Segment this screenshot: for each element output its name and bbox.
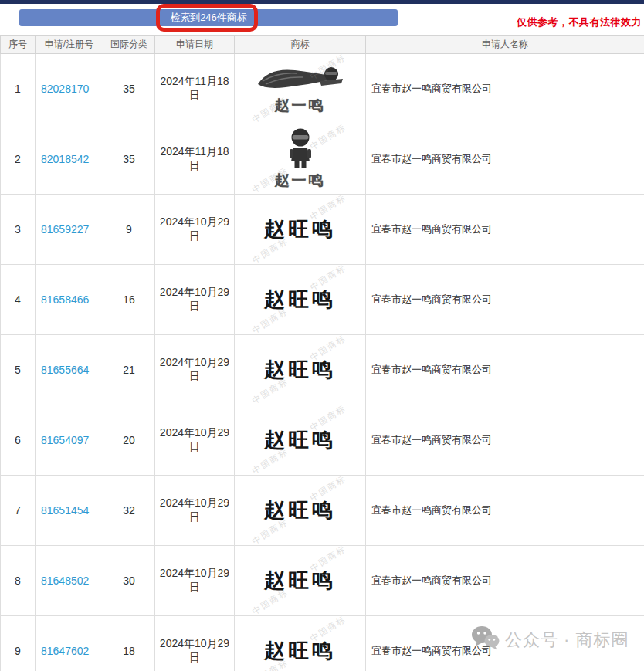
row-index: 5 xyxy=(15,364,21,376)
row-index: 6 xyxy=(15,434,21,446)
results-banner: 检索到246件商标 仅供参考，不具有法律效力 xyxy=(0,4,644,35)
cell-trademark: 中国商标 中国商标 xyxy=(235,54,366,124)
cell-application-date: 2024年10月29日 xyxy=(155,405,235,476)
trademark-image: 中国商标 中国商标 xyxy=(235,405,365,475)
table-row: 5 81655664 21 2024年10月29日 中国商标 中国商标 xyxy=(1,335,644,405)
application-date: 2024年10月29日 xyxy=(160,637,229,663)
table-row: 2 82018542 35 2024年11月18日 中国商标 中国商标 xyxy=(1,124,644,195)
cell-index: 5 xyxy=(1,335,36,405)
trademark-image: 中国商标 中国商标 xyxy=(235,335,365,405)
intl-class-value: 21 xyxy=(123,364,135,376)
trademark-image: 中国商标 中国商标 xyxy=(235,616,365,671)
intl-class-value: 9 xyxy=(126,223,132,236)
row-index: 2 xyxy=(15,153,21,165)
table-header-row: 序号 申请/注册号 国际分类 申请日期 商标 申请人名称 xyxy=(1,36,644,54)
application-number-link[interactable]: 82028170 xyxy=(41,83,89,95)
trademark-image: 中国商标 中国商标 xyxy=(235,476,365,545)
cell-application-date: 2024年10月29日 xyxy=(155,616,235,671)
mascot-logo-icon xyxy=(283,128,318,170)
intl-class-value: 20 xyxy=(123,434,135,446)
trademark-image: 中国商标 中国商标 xyxy=(235,195,365,264)
cell-index: 4 xyxy=(1,265,36,335)
application-number-link[interactable]: 82018542 xyxy=(41,153,89,165)
cell-index: 3 xyxy=(1,195,36,265)
trademark-text: 赵旺鸣 xyxy=(264,496,336,524)
cell-application-date: 2024年10月29日 xyxy=(155,335,235,405)
table-row: 9 81647602 18 2024年10月29日 中国商标 中国商标 xyxy=(1,616,644,671)
trademark-search-results-page: 检索到246件商标 仅供参考，不具有法律效力 序号 申请/注册号 国际分类 申请… xyxy=(0,0,644,671)
intl-class-value: 32 xyxy=(123,504,135,517)
trademark-text: 赵一鸣 xyxy=(275,96,326,116)
cell-application-number: 82028170 xyxy=(36,54,103,124)
disclaimer-text: 仅供参考，不具有法律效力 xyxy=(517,15,642,29)
col-header-app-no: 申请/注册号 xyxy=(36,36,103,54)
trademark-image: 中国商标 中国商标 xyxy=(235,54,365,124)
cell-application-number: 81654097 xyxy=(36,405,103,476)
intl-class-value: 35 xyxy=(123,83,135,95)
trademark-text: 赵旺鸣 xyxy=(264,426,336,454)
applicant-name: 宜春市赵一鸣商贸有限公司 xyxy=(371,223,492,235)
cell-applicant: 宜春市赵一鸣商贸有限公司 xyxy=(366,546,644,616)
table-row: 7 81651454 32 2024年10月29日 中国商标 中国商标 xyxy=(1,476,644,546)
cell-intl-class: 32 xyxy=(103,476,155,546)
application-date: 2024年11月18日 xyxy=(160,75,229,101)
cell-intl-class: 21 xyxy=(103,335,155,405)
trademark-image: 中国商标 中国商标 xyxy=(235,265,365,334)
table-row: 1 82028170 35 2024年11月18日 中国商标 中国商标 xyxy=(1,54,644,124)
trademark-image: 中国商标 中国商标 xyxy=(235,546,365,615)
intl-class-value: 35 xyxy=(123,153,135,165)
table-row: 6 81654097 20 2024年10月29日 中国商标 中国商标 xyxy=(1,405,644,476)
cell-index: 1 xyxy=(1,54,36,124)
intl-class-value: 30 xyxy=(123,574,135,587)
cell-application-number: 82018542 xyxy=(36,124,103,195)
cell-intl-class: 30 xyxy=(103,546,155,616)
application-number-link[interactable]: 81648502 xyxy=(41,574,89,587)
cell-applicant: 宜春市赵一鸣商贸有限公司 xyxy=(366,405,644,476)
cell-trademark: 中国商标 中国商标 xyxy=(235,124,366,195)
col-header-applicant: 申请人名称 xyxy=(366,36,644,54)
application-date: 2024年10月29日 xyxy=(160,215,229,242)
application-date: 2024年10月29日 xyxy=(160,496,229,523)
application-number-link[interactable]: 81647602 xyxy=(41,645,89,657)
applicant-name: 宜春市赵一鸣商贸有限公司 xyxy=(371,364,492,375)
trademark-text: 赵旺鸣 xyxy=(264,637,336,665)
application-number-link[interactable]: 81655664 xyxy=(41,364,89,376)
applicant-name: 宜春市赵一鸣商贸有限公司 xyxy=(371,153,492,164)
application-number-link[interactable]: 81654097 xyxy=(41,434,89,446)
cell-index: 8 xyxy=(1,546,36,616)
cell-trademark: 中国商标 中国商标 xyxy=(235,335,366,405)
cell-intl-class: 9 xyxy=(103,195,155,265)
trademark-text: 赵旺鸣 xyxy=(264,215,336,243)
cell-application-date: 2024年10月29日 xyxy=(155,546,235,616)
cell-application-number: 81655664 xyxy=(36,335,103,405)
trademark-text: 赵旺鸣 xyxy=(264,286,336,313)
intl-class-value: 16 xyxy=(123,293,135,306)
row-index: 7 xyxy=(15,504,21,517)
col-header-mark: 商标 xyxy=(235,36,366,54)
trademark-text: 赵旺鸣 xyxy=(264,567,336,595)
cell-index: 9 xyxy=(1,616,36,671)
cell-trademark: 中国商标 中国商标 xyxy=(235,546,366,616)
application-date: 2024年10月29日 xyxy=(160,286,229,312)
result-count-text: 检索到246件商标 xyxy=(170,12,247,23)
cell-application-number: 81651454 xyxy=(36,476,103,546)
row-index: 3 xyxy=(15,223,21,236)
cell-index: 6 xyxy=(1,405,36,476)
cell-trademark: 中国商标 中国商标 xyxy=(235,265,366,335)
application-number-link[interactable]: 81658466 xyxy=(41,293,89,306)
application-number-link[interactable]: 81651454 xyxy=(41,504,89,517)
row-index: 4 xyxy=(15,293,21,306)
cell-index: 7 xyxy=(1,476,36,546)
cell-trademark: 中国商标 中国商标 xyxy=(235,405,366,476)
applicant-name: 宜春市赵一鸣商贸有限公司 xyxy=(371,574,492,586)
result-count-bar: 检索到246件商标 xyxy=(19,9,398,26)
applicant-name: 宜春市赵一鸣商贸有限公司 xyxy=(371,504,492,516)
trademark-image: 中国商标 中国商标 xyxy=(235,124,365,194)
application-number-link[interactable]: 81659227 xyxy=(41,223,89,236)
applicant-name: 宜春市赵一鸣商贸有限公司 xyxy=(371,83,492,94)
intl-class-value: 18 xyxy=(123,645,135,657)
cell-application-date: 2024年11月18日 xyxy=(155,54,235,124)
col-header-intl-class: 国际分类 xyxy=(103,36,155,54)
cell-intl-class: 35 xyxy=(103,54,155,124)
trademark-text: 赵旺鸣 xyxy=(264,356,336,384)
